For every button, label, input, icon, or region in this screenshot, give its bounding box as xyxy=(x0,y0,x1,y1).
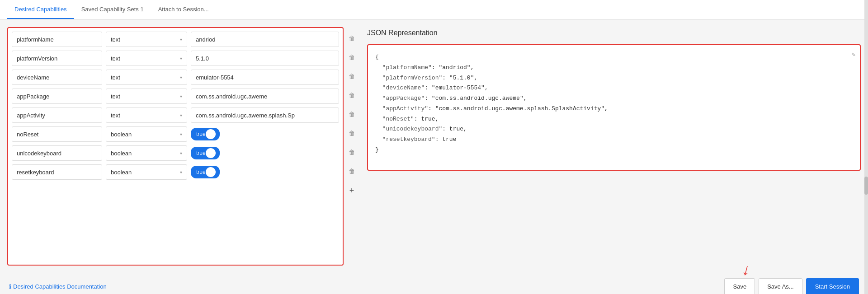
delete-column: 🗑 🗑 🗑 🗑 🗑 🗑 🗑 🗑 + xyxy=(344,27,360,266)
cap-value-unicodekeyboard-container: true xyxy=(191,147,339,159)
cap-value-platformname[interactable]: andriod xyxy=(191,32,339,47)
cap-value-appactivity[interactable]: com.ss.android.ugc.aweme.splash.Sp xyxy=(191,107,339,123)
cap-value-apppackage[interactable]: com.ss.android.ugc.aweme xyxy=(191,89,339,104)
cap-type-label: text xyxy=(111,112,120,119)
cap-type-label: text xyxy=(111,93,120,100)
table-row: appPackage text ▾ com.ss.android.ugc.awe… xyxy=(12,89,339,104)
cap-name-platformversion: platformVersion xyxy=(12,51,102,66)
toggle-knob-noreset xyxy=(206,129,216,139)
chevron-down-icon: ▾ xyxy=(180,113,182,118)
info-icon: ℹ xyxy=(9,283,11,290)
toggle-label-unicodekeyboard: true xyxy=(196,150,206,156)
cap-name-resetkeyboard: resetkeyboard xyxy=(12,164,102,180)
cap-value-resetkeyboard-container: true xyxy=(191,166,339,178)
delete-resetkeyboard-button[interactable]: 🗑 xyxy=(345,163,358,179)
table-row: platformName text ▾ andriod xyxy=(12,32,339,47)
footer: ℹ Desired Capabilities Documentation ↓ S… xyxy=(0,273,868,294)
right-panel: JSON Representation ✎ { "platformName": … xyxy=(367,27,861,266)
table-row: appActivity text ▾ com.ss.android.ugc.aw… xyxy=(12,107,339,123)
delete-noreset-button[interactable]: 🗑 xyxy=(345,126,358,141)
cap-name-platformname: platformName xyxy=(12,32,102,47)
capabilities-table: platformName text ▾ andriod platformVers… xyxy=(7,27,344,266)
noreset-toggle[interactable]: true xyxy=(191,128,220,140)
cap-type-noreset[interactable]: boolean ▾ xyxy=(106,126,187,142)
tab-attach-to-session[interactable]: Attach to Session... xyxy=(151,0,216,19)
edit-icon[interactable]: ✎ xyxy=(852,50,855,61)
cap-name-unicodekeyboard: unicodekeyboard xyxy=(12,145,102,161)
add-capability-button[interactable]: + xyxy=(345,184,358,197)
doc-link[interactable]: ℹ Desired Capabilities Documentation xyxy=(9,283,107,290)
json-representation-box: ✎ { "platformName": "andriod", "platform… xyxy=(367,44,861,171)
cap-type-unicodekeyboard[interactable]: boolean ▾ xyxy=(106,145,187,161)
doc-link-label: Desired Capabilities Documentation xyxy=(13,283,107,290)
table-row: deviceName text ▾ emulator-5554 xyxy=(12,70,339,85)
cap-name-appactivity: appActivity xyxy=(12,107,102,123)
tab-saved-capability-sets[interactable]: Saved Capability Sets 1 xyxy=(74,0,151,19)
delete-platformname-button[interactable]: 🗑 xyxy=(345,31,358,46)
cap-value-devicename[interactable]: emulator-5554 xyxy=(191,70,339,85)
delete-devicename-button[interactable]: 🗑 xyxy=(345,69,358,84)
cap-type-label: text xyxy=(111,36,120,43)
cap-type-appactivity[interactable]: text ▾ xyxy=(106,107,187,123)
save-as-button[interactable]: Save As... xyxy=(759,278,802,294)
chevron-down-icon: ▾ xyxy=(180,94,182,99)
cap-type-label: boolean xyxy=(111,169,132,176)
cap-value-platformversion[interactable]: 5.1.0 xyxy=(191,51,339,66)
cap-type-devicename[interactable]: text ▾ xyxy=(106,70,187,85)
table-row: platformVersion text ▾ 5.1.0 xyxy=(12,51,339,66)
cap-type-apppackage[interactable]: text ▾ xyxy=(106,89,187,104)
toggle-knob-resetkeyboard xyxy=(206,167,216,177)
tab-desired-capabilities[interactable]: Desired Capabilities xyxy=(7,0,74,19)
cap-type-label: text xyxy=(111,74,120,81)
resetkeyboard-toggle[interactable]: true xyxy=(191,166,220,178)
toggle-label-resetkeyboard: true xyxy=(196,169,206,175)
tab-bar: Desired Capabilities Saved Capability Se… xyxy=(0,0,868,20)
cap-type-resetkeyboard[interactable]: boolean ▾ xyxy=(106,164,187,180)
cap-value-noreset-container: true xyxy=(191,128,339,140)
cap-name-devicename: deviceName xyxy=(12,70,102,85)
cap-name-noreset: noReset xyxy=(12,126,102,142)
table-row: unicodekeyboard boolean ▾ true xyxy=(12,145,339,161)
scrollbar-thumb xyxy=(864,177,868,195)
chevron-down-icon: ▾ xyxy=(180,170,182,175)
save-button[interactable]: Save xyxy=(724,278,755,294)
cap-name-apppackage: appPackage xyxy=(12,89,102,104)
json-content: { "platformName": "andriod", "platformVe… xyxy=(375,52,853,155)
footer-buttons: ↓ Save Save As... Start Session xyxy=(724,278,859,294)
json-panel-title: JSON Representation xyxy=(367,27,861,39)
chevron-down-icon: ▾ xyxy=(180,75,182,80)
toggle-label-noreset: true xyxy=(196,131,206,137)
cap-type-label: boolean xyxy=(111,150,132,157)
chevron-down-icon: ▾ xyxy=(180,37,182,42)
start-session-button[interactable]: Start Session xyxy=(806,278,859,294)
chevron-down-icon: ▾ xyxy=(180,151,182,156)
cap-type-platformversion[interactable]: text ▾ xyxy=(106,51,187,66)
delete-platformversion-button[interactable]: 🗑 xyxy=(345,50,358,65)
main-content: platformName text ▾ andriod platformVers… xyxy=(0,20,868,273)
left-panel: platformName text ▾ andriod platformVers… xyxy=(7,27,360,266)
chevron-down-icon: ▾ xyxy=(180,56,182,61)
table-row: noReset boolean ▾ true xyxy=(12,126,339,142)
cap-type-label: boolean xyxy=(111,131,132,138)
chevron-down-icon: ▾ xyxy=(180,132,182,137)
unicodekeyboard-toggle[interactable]: true xyxy=(191,147,220,159)
delete-apppackage-button[interactable]: 🗑 xyxy=(345,88,358,103)
table-row: resetkeyboard boolean ▾ true xyxy=(12,164,339,180)
scrollbar[interactable] xyxy=(864,0,868,294)
delete-unicodekeyboard-button[interactable]: 🗑 xyxy=(345,145,358,160)
delete-appactivity-button[interactable]: 🗑 xyxy=(345,107,358,122)
toggle-knob-unicodekeyboard xyxy=(206,148,216,158)
cap-type-platformname[interactable]: text ▾ xyxy=(106,32,187,47)
cap-type-label: text xyxy=(111,55,120,62)
